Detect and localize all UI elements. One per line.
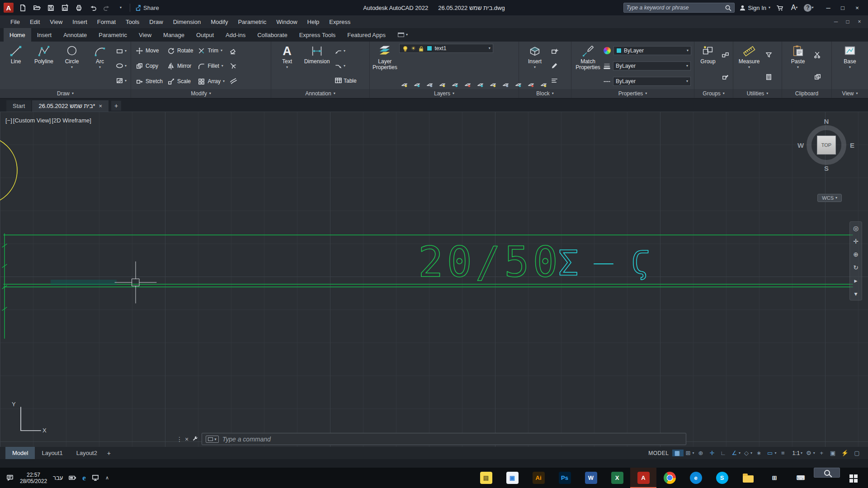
wcs-selector[interactable]: WCS▾: [817, 194, 842, 202]
hidden-icons-chevron[interactable]: ∧: [105, 475, 109, 481]
help-button[interactable]: ?▾: [804, 3, 814, 13]
open-button[interactable]: [32, 3, 42, 13]
file-tab-start[interactable]: Start: [6, 100, 31, 112]
grid-mode[interactable]: ▦: [672, 450, 684, 456]
rotate-button[interactable]: Rotate: [165, 43, 195, 58]
display-icon[interactable]: [92, 474, 99, 482]
layer-unisolate[interactable]: [476, 81, 485, 88]
autocad[interactable]: A: [630, 468, 656, 488]
panel-title-layers[interactable]: Layers▾: [370, 89, 519, 98]
workspace-switching[interactable]: ⚙ ▾: [804, 450, 817, 456]
autodesk-apps-button[interactable]: A▾: [789, 3, 799, 13]
navbar-menu-icon[interactable]: ▾: [854, 290, 857, 297]
ellipse-button[interactable]: ▾: [115, 62, 127, 70]
ungroup-button[interactable]: [721, 51, 730, 59]
layer-freeze[interactable]: [425, 81, 434, 88]
panel-title-utilities[interactable]: Utilities▾: [733, 89, 782, 98]
command-close-icon[interactable]: ×: [185, 436, 189, 443]
hatch-button[interactable]: ▾: [115, 77, 127, 84]
layout-tab[interactable]: Layout1: [35, 447, 69, 459]
circle-button[interactable]: Circle ▾: [59, 43, 85, 89]
copy-button[interactable]: Copy: [134, 58, 165, 74]
viewcube-east[interactable]: E: [850, 141, 854, 149]
photoshop[interactable]: Ps: [552, 468, 578, 488]
panel-title-clipboard[interactable]: Clipboard: [782, 89, 831, 98]
array-button[interactable]: Array▾: [196, 74, 226, 89]
layer-properties-button[interactable]: Layer Properties: [373, 43, 397, 89]
command-options-button[interactable]: ▾: [206, 436, 219, 443]
menu-item[interactable]: Edit: [25, 15, 45, 28]
ribbon-tab[interactable]: Insert: [31, 28, 58, 42]
measure-button[interactable]: Measure ▾: [736, 43, 762, 89]
annotation-visibility[interactable]: +: [817, 450, 828, 456]
polyline-button[interactable]: Polyline: [31, 43, 57, 89]
customize-wrench-icon[interactable]: [192, 436, 198, 442]
viewcube[interactable]: N S W E TOP: [800, 119, 853, 171]
insert-button[interactable]: Insert ▾: [522, 43, 548, 89]
ribbon-tab[interactable]: Express Tools: [293, 28, 342, 42]
panel-title-draw[interactable]: Draw▾: [0, 89, 131, 98]
isometric-drafting[interactable]: ◇ ▾: [742, 450, 754, 456]
quick-select-button[interactable]: [764, 51, 774, 59]
stretch-button[interactable]: Stretch: [134, 74, 165, 89]
drawing-canvas[interactable]: [−][Custom View][2D Wireframe] 20/50 Σ Ϛ…: [0, 112, 868, 447]
layer-select[interactable]: ☀ text1 ▾: [399, 44, 493, 53]
search[interactable]: [814, 468, 840, 478]
orbit-icon[interactable]: ↻: [853, 264, 859, 271]
layout-tab[interactable]: Model: [5, 447, 35, 459]
layer-isolate[interactable]: [413, 81, 421, 88]
menu-item[interactable]: Parametric: [233, 15, 271, 28]
ribbon-tab[interactable]: Annotate: [57, 28, 93, 42]
ribbon-tab[interactable]: Collaborate: [251, 28, 293, 42]
doc-minimize-button[interactable]: ─: [830, 19, 842, 25]
dimension-button[interactable]: Dimension: [302, 43, 332, 89]
command-drag-handle[interactable]: ⋮: [176, 436, 182, 443]
viewcube-south[interactable]: S: [824, 164, 829, 172]
share-button[interactable]: Share: [134, 5, 159, 11]
offset-button[interactable]: [228, 77, 238, 84]
lineweight[interactable]: ≡: [778, 450, 789, 456]
annotation-scale[interactable]: 1:1 ▾: [789, 450, 804, 456]
qat-customize-button[interactable]: ▾: [116, 3, 126, 13]
polar-tracking[interactable]: ∠ ▾: [730, 450, 742, 456]
ribbon-display-toggle[interactable]: ▾: [398, 28, 408, 42]
trim-button[interactable]: Trim▾: [196, 43, 226, 58]
menu-item[interactable]: Draw: [144, 15, 168, 28]
save-button[interactable]: [46, 3, 56, 13]
minimize-button[interactable]: ─: [821, 2, 835, 14]
viewcube-top-face[interactable]: TOP: [817, 136, 836, 155]
zoom-icon[interactable]: ⊕: [853, 251, 859, 258]
doc-close-button[interactable]: ×: [854, 19, 865, 25]
excel[interactable]: X: [604, 468, 630, 488]
help-search-box[interactable]: [623, 3, 735, 13]
edge-legacy-icon[interactable]: e: [82, 474, 86, 483]
panel-title-block[interactable]: Block▾: [519, 89, 571, 98]
taskbar-clock[interactable]: 22:57 28/05/2022: [20, 472, 47, 484]
ribbon-tab[interactable]: View: [133, 28, 157, 42]
doc-restore-button[interactable]: □: [842, 19, 854, 25]
leader-button[interactable]: ▾: [334, 47, 358, 55]
layer-match[interactable]: [463, 81, 472, 88]
file-tab-current[interactable]: 26.05.2022 בית שמש* ×: [32, 100, 108, 112]
autocad-logo[interactable]: A: [4, 3, 14, 13]
navigation-wheel-icon[interactable]: ◎: [853, 225, 859, 232]
close-button[interactable]: ×: [850, 2, 864, 14]
menu-item[interactable]: Window: [271, 15, 302, 28]
new-layout-button[interactable]: +: [104, 447, 114, 459]
linetype-select[interactable]: ByLayer▾: [613, 77, 691, 86]
show-motion-icon[interactable]: ▸: [854, 277, 857, 284]
word[interactable]: W: [578, 468, 604, 488]
start[interactable]: [840, 468, 866, 488]
search-icon[interactable]: [725, 5, 731, 11]
calculator[interactable]: ⊞: [761, 468, 788, 488]
touch-keyboard[interactable]: ⌨: [788, 468, 814, 488]
layer-thaw[interactable]: [489, 81, 497, 88]
layout-tab[interactable]: Layout2: [70, 447, 104, 459]
create-block-button[interactable]: [550, 47, 559, 55]
sticky-notes[interactable]: ▤: [473, 468, 499, 488]
menu-item[interactable]: Modify: [206, 15, 233, 28]
ribbon-tab[interactable]: Featured Apps: [341, 28, 392, 42]
group-edit-button[interactable]: [721, 73, 730, 81]
save-as-button[interactable]: [60, 3, 70, 13]
ortho-mode[interactable]: ∟: [718, 450, 730, 456]
